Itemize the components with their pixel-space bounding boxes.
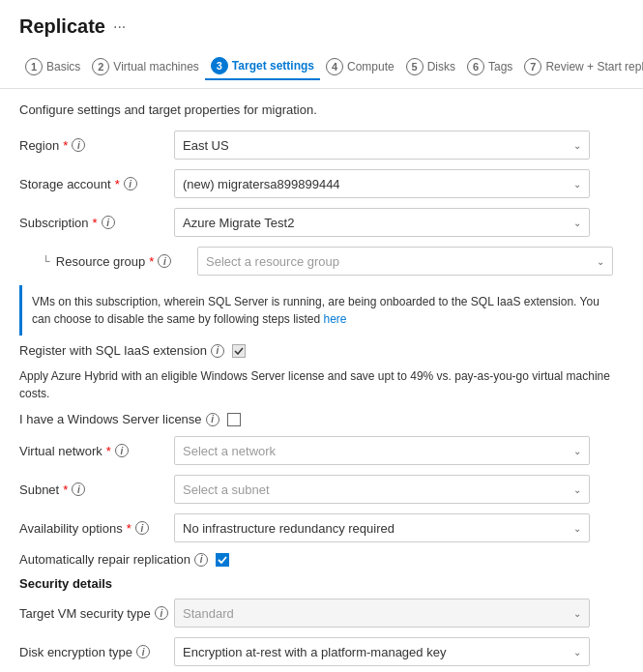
virtual-network-dropdown[interactable]: Select a network ⌄ [174,436,590,465]
page-header: Replicate ··· [0,0,643,45]
register-sql-info-icon[interactable]: i [211,344,224,358]
virtual-network-row: Virtual network * i Select a network ⌄ [19,436,624,465]
step-num-1: 1 [25,58,43,75]
chevron-down-icon: ⌄ [573,484,581,495]
wizard-steps: 1 Basics 2 Virtual machines 3 Target set… [0,45,643,89]
chevron-down-icon: ⌄ [573,218,581,228]
disk-encryption-dropdown[interactable]: Encryption at-rest with a platform-manag… [174,637,590,666]
main-content: Configure settings and target properties… [0,89,643,672]
virtual-network-control: Select a network ⌄ [174,436,590,465]
target-vm-security-dropdown[interactable]: Standard ⌄ [174,599,590,628]
subscription-control: Azure Migrate Test2 ⌄ [174,208,590,237]
windows-license-checkbox[interactable] [227,413,241,426]
disk-encryption-value: Encryption at-rest with a platform-manag… [183,645,446,659]
availability-dropdown[interactable]: No infrastructure redundancy required ⌄ [174,513,590,542]
subnet-placeholder: Select a subnet [183,482,270,497]
resource-group-row: └ Resource group * i Select a resource g… [43,247,624,276]
region-required: * [63,138,68,153]
checkmark-partial-icon [234,347,244,355]
subnet-dropdown[interactable]: Select a subnet ⌄ [174,475,590,504]
step-label-2: Virtual machines [113,60,199,73]
auto-repair-checkbox[interactable] [216,553,229,567]
section-description: Configure settings and target properties… [19,102,624,117]
disk-encryption-info-icon[interactable]: i [136,645,150,658]
target-vm-security-info-icon[interactable]: i [155,606,168,620]
sql-info-text: VMs on this subscription, wherein SQL Se… [32,295,599,326]
security-details-title: Security details [19,576,624,591]
windows-license-row: I have a Windows Server license i [19,412,624,426]
step-num-7: 7 [524,58,541,75]
subnet-row: Subnet * i Select a subnet ⌄ [19,475,624,504]
step-tags[interactable]: 6 Tags [461,54,518,79]
storage-account-row: Storage account * i (new) migratersa8998… [19,169,624,198]
subnet-control: Select a subnet ⌄ [174,475,590,504]
sql-info-box: VMs on this subscription, wherein SQL Se… [19,285,624,336]
availability-value: No infrastructure redundancy required [183,521,395,536]
subscription-info-icon[interactable]: i [102,216,115,229]
vnet-info-icon[interactable]: i [115,444,129,457]
step-label-4: Compute [347,60,395,73]
chevron-down-icon: ⌄ [573,140,581,151]
availability-row: Availability options * i No infrastructu… [19,513,624,542]
step-num-6: 6 [467,58,484,75]
step-review[interactable]: 7 Review + Start replication [518,54,643,79]
subnet-required: * [63,482,68,497]
step-label-3: Target settings [232,59,314,73]
sql-info-link[interactable]: here [324,312,347,326]
subscription-required: * [93,216,98,230]
subnet-info-icon[interactable]: i [72,482,85,496]
subscription-dropdown[interactable]: Azure Migrate Test2 ⌄ [174,208,590,237]
step-virtual-machines[interactable]: 2 Virtual machines [86,54,205,79]
vnet-placeholder: Select a network [183,444,276,458]
subscription-label: Subscription * i [19,216,174,230]
step-label-7: Review + Start replication [545,60,643,73]
resource-group-label: └ Resource group * i [43,254,197,269]
subscription-row: Subscription * i Azure Migrate Test2 ⌄ [19,208,624,237]
hybrid-text: Apply Azure Hybrid with an eligible Wind… [19,367,624,402]
chevron-down-icon: ⌄ [573,523,581,534]
page-title: Replicate [19,15,105,38]
rg-required: * [149,254,154,269]
target-vm-security-label: Target VM security type i [19,606,174,621]
virtual-network-label: Virtual network * i [19,444,174,458]
windows-license-info-icon[interactable]: i [206,413,219,426]
step-target-settings[interactable]: 3 Target settings [205,53,320,80]
rg-info-icon[interactable]: i [158,254,171,268]
storage-info-icon[interactable]: i [124,177,137,190]
auto-repair-label: Automatically repair replication i [19,552,208,567]
storage-account-label: Storage account * i [19,177,174,191]
register-sql-checkbox[interactable] [232,344,246,358]
auto-repair-info-icon[interactable]: i [194,553,208,567]
step-num-2: 2 [92,58,109,75]
target-vm-security-row: Target VM security type i Standard ⌄ [19,599,624,628]
availability-info-icon[interactable]: i [135,521,149,535]
step-compute[interactable]: 4 Compute [320,54,400,79]
disk-encryption-label: Disk encryption type i [19,645,174,659]
step-num-4: 4 [326,58,343,75]
target-vm-security-placeholder: Standard [183,606,234,621]
chevron-down-icon: ⌄ [597,256,604,267]
storage-account-dropdown[interactable]: (new) migratersa899899444 ⌄ [174,169,590,198]
chevron-down-icon: ⌄ [573,446,581,456]
vnet-required: * [106,444,111,458]
region-label: Region * i [19,138,174,153]
availability-required: * [127,521,132,536]
chevron-down-icon: ⌄ [573,647,581,657]
step-disks[interactable]: 5 Disks [400,54,461,79]
step-label-5: Disks [427,60,455,73]
availability-label: Availability options * i [19,521,174,536]
disk-encryption-row: Disk encryption type i Encryption at-res… [19,637,624,666]
ellipsis-icon[interactable]: ··· [113,18,126,36]
step-label-1: Basics [46,60,80,73]
storage-value: (new) migratersa899899444 [183,177,340,191]
step-basics[interactable]: 1 Basics [19,54,86,79]
step-num-3: 3 [211,57,228,74]
resource-group-dropdown[interactable]: Select a resource group ⌄ [197,247,613,276]
region-info-icon[interactable]: i [72,138,85,152]
storage-required: * [115,177,120,191]
step-num-5: 5 [406,58,424,75]
storage-account-control: (new) migratersa899899444 ⌄ [174,169,590,198]
region-dropdown[interactable]: East US ⌄ [174,131,590,160]
target-vm-security-control: Standard ⌄ [174,599,590,628]
register-sql-label: Register with SQL IaaS extension i [19,343,224,358]
